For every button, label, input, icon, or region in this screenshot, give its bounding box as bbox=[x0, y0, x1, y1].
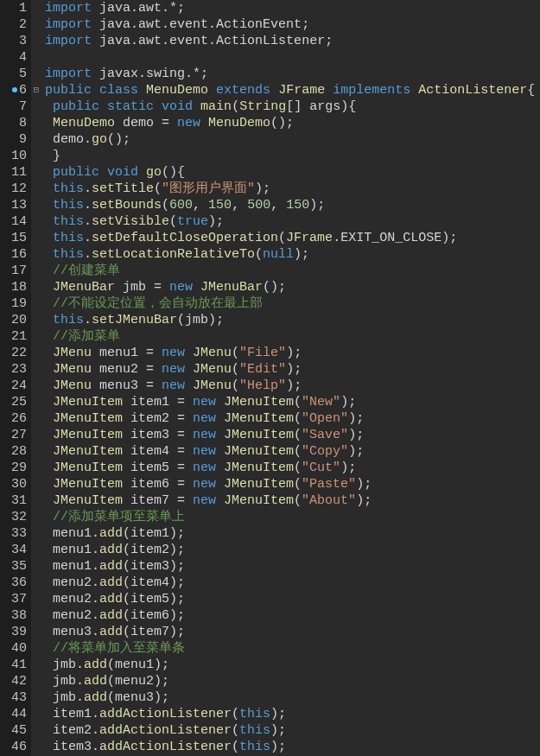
line-number[interactable]: 13 bbox=[0, 197, 27, 213]
line-number[interactable]: 43 bbox=[0, 689, 27, 706]
code-line[interactable]: this.setLocationRelativeTo(null); bbox=[45, 246, 540, 263]
code-line[interactable]: //将菜单加入至菜单条 bbox=[45, 640, 540, 657]
line-number[interactable]: 7 bbox=[0, 98, 27, 115]
code-line[interactable]: JMenuItem item4 = new JMenuItem("Copy"); bbox=[45, 443, 540, 460]
line-number[interactable]: 25 bbox=[0, 394, 27, 410]
code-line[interactable]: JMenu menu1 = new JMenu("File"); bbox=[45, 345, 540, 361]
line-number[interactable]: 12 bbox=[0, 181, 27, 197]
code-line[interactable]: JMenuItem item3 = new JMenuItem("Save"); bbox=[45, 427, 540, 443]
code-line[interactable]: //不能设定位置，会自动放在最上部 bbox=[45, 295, 540, 312]
line-number[interactable]: 19 bbox=[0, 295, 27, 312]
line-number[interactable]: 4 bbox=[0, 49, 27, 66]
code-token: new bbox=[169, 280, 193, 295]
line-number-gutter[interactable]: 1234567891011121314151617181920212223242… bbox=[0, 0, 31, 756]
code-line[interactable]: menu2.add(item5); bbox=[45, 591, 540, 607]
line-number[interactable]: 15 bbox=[0, 230, 27, 246]
code-line[interactable]: menu1.add(item1); bbox=[45, 525, 540, 542]
code-line[interactable]: jmb.add(menu1); bbox=[45, 657, 540, 673]
code-line[interactable]: } bbox=[45, 148, 540, 164]
line-number[interactable]: 11 bbox=[0, 164, 27, 181]
code-line[interactable]: public class MenuDemo extends JFrame imp… bbox=[45, 82, 540, 98]
code-line[interactable]: JMenu menu2 = new JMenu("Edit"); bbox=[45, 361, 540, 378]
line-number[interactable]: 17 bbox=[0, 263, 27, 279]
code-line[interactable]: menu2.add(item6); bbox=[45, 607, 540, 624]
line-number[interactable]: 22 bbox=[0, 345, 27, 361]
code-line[interactable]: JMenuItem item5 = new JMenuItem("Cut"); bbox=[45, 460, 540, 476]
code-line[interactable]: public void go(){ bbox=[45, 164, 540, 181]
code-line[interactable] bbox=[45, 49, 540, 66]
line-number[interactable]: 27 bbox=[0, 427, 27, 443]
line-number[interactable]: 14 bbox=[0, 213, 27, 230]
code-line[interactable]: JMenuBar jmb = new JMenuBar(); bbox=[45, 279, 540, 295]
line-number[interactable]: 16 bbox=[0, 246, 27, 263]
line-number[interactable]: 41 bbox=[0, 657, 27, 673]
code-line[interactable]: item2.addActionListener(this); bbox=[45, 722, 540, 739]
code-line[interactable]: item1.addActionListener(this); bbox=[45, 706, 540, 722]
line-number[interactable]: 29 bbox=[0, 460, 27, 476]
code-line[interactable]: MenuDemo demo = new MenuDemo(); bbox=[45, 115, 540, 131]
line-number[interactable]: 18 bbox=[0, 279, 27, 295]
line-number[interactable]: 28 bbox=[0, 443, 27, 460]
line-number[interactable]: 8 bbox=[0, 115, 27, 131]
code-line[interactable]: JMenuItem item1 = new JMenuItem("New"); bbox=[45, 394, 540, 410]
code-line[interactable]: import javax.swing.*; bbox=[45, 66, 540, 82]
code-line[interactable]: this.setDefaultCloseOperation(JFrame.EXI… bbox=[45, 230, 540, 246]
code-line[interactable]: this.setBounds(600, 150, 500, 150); bbox=[45, 197, 540, 213]
line-number[interactable]: 32 bbox=[0, 509, 27, 525]
code-token bbox=[185, 346, 193, 360]
code-line[interactable]: JMenuItem item7 = new JMenuItem("About")… bbox=[45, 492, 540, 509]
line-number[interactable]: 45 bbox=[0, 722, 27, 739]
code-token: add bbox=[84, 690, 107, 705]
code-line[interactable]: import java.awt.event.ActionEvent; bbox=[45, 16, 540, 33]
code-line[interactable]: this.setTitle("图形用户界面"); bbox=[45, 181, 540, 197]
code-line[interactable]: //添加菜单项至菜单上 bbox=[45, 509, 540, 525]
code-line[interactable]: import java.awt.*; bbox=[45, 0, 540, 16]
line-number[interactable]: 39 bbox=[0, 624, 27, 640]
line-number[interactable]: 35 bbox=[0, 558, 27, 575]
line-number[interactable]: 33 bbox=[0, 525, 27, 542]
line-number[interactable]: 36 bbox=[0, 575, 27, 591]
code-editor[interactable]: import java.awt.*;import java.awt.event.… bbox=[41, 0, 540, 756]
code-line[interactable]: JMenuItem item6 = new JMenuItem("Paste")… bbox=[45, 476, 540, 492]
line-number[interactable]: 40 bbox=[0, 640, 27, 657]
code-line[interactable]: menu2.add(item4); bbox=[45, 575, 540, 591]
line-number[interactable]: 34 bbox=[0, 542, 27, 558]
line-number[interactable]: 3 bbox=[0, 33, 27, 49]
line-number[interactable]: 37 bbox=[0, 591, 27, 607]
line-number[interactable]: 1 bbox=[0, 0, 27, 16]
code-line[interactable]: jmb.add(menu3); bbox=[45, 689, 540, 706]
code-line[interactable]: JMenuItem item2 = new JMenuItem("Open"); bbox=[45, 410, 540, 427]
code-line[interactable]: JMenu menu3 = new JMenu("Help"); bbox=[45, 378, 540, 394]
fold-gutter[interactable]: ⊟ bbox=[31, 0, 41, 756]
line-number[interactable]: 44 bbox=[0, 706, 27, 722]
line-number[interactable]: 30 bbox=[0, 476, 27, 492]
code-line[interactable]: import java.awt.event.ActionListener; bbox=[45, 33, 540, 49]
line-number[interactable]: 6 bbox=[0, 82, 27, 98]
line-number[interactable]: 21 bbox=[0, 328, 27, 345]
line-number[interactable]: 26 bbox=[0, 410, 27, 427]
code-line[interactable]: //添加菜单 bbox=[45, 328, 540, 345]
line-number[interactable]: 20 bbox=[0, 312, 27, 328]
line-number[interactable]: 24 bbox=[0, 378, 27, 394]
code-line[interactable]: menu1.add(item2); bbox=[45, 542, 540, 558]
line-number[interactable]: 5 bbox=[0, 66, 27, 82]
line-number[interactable]: 10 bbox=[0, 148, 27, 164]
breakpoint-icon[interactable] bbox=[12, 87, 17, 92]
code-line[interactable]: //创建菜单 bbox=[45, 263, 540, 279]
line-number[interactable]: 46 bbox=[0, 739, 27, 755]
code-line[interactable]: this.setVisible(true); bbox=[45, 213, 540, 230]
code-line[interactable]: item3.addActionListener(this); bbox=[45, 739, 540, 755]
code-line[interactable]: jmb.add(menu2); bbox=[45, 673, 540, 689]
code-line[interactable]: public static void main(String[] args){ bbox=[45, 98, 540, 115]
code-line[interactable]: this.setJMenuBar(jmb); bbox=[45, 312, 540, 328]
line-number[interactable]: 42 bbox=[0, 673, 27, 689]
line-number[interactable]: 38 bbox=[0, 607, 27, 624]
line-number[interactable]: 9 bbox=[0, 131, 27, 148]
code-line[interactable]: menu3.add(item7); bbox=[45, 624, 540, 640]
line-number[interactable]: 31 bbox=[0, 492, 27, 509]
code-line[interactable]: demo.go(); bbox=[45, 131, 540, 148]
fold-marker[interactable]: ⊟ bbox=[31, 82, 41, 98]
line-number[interactable]: 2 bbox=[0, 16, 27, 33]
line-number[interactable]: 23 bbox=[0, 361, 27, 378]
code-line[interactable]: menu1.add(item3); bbox=[45, 558, 540, 575]
